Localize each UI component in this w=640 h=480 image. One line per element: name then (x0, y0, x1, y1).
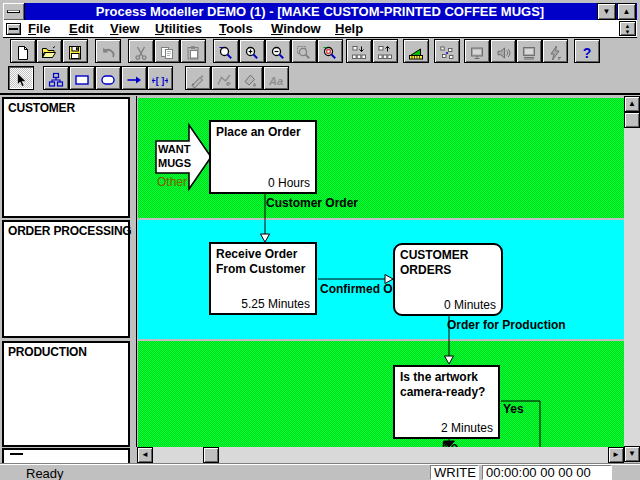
v-scroll-thumb[interactable] (624, 112, 640, 128)
menu-window[interactable]: Window (271, 21, 321, 37)
save-file-button[interactable] (62, 39, 88, 63)
decision-duration: 2 Minutes (441, 421, 493, 435)
menu-tools[interactable]: Tools (219, 21, 253, 37)
fill-style-button (237, 66, 263, 90)
system-menu-button[interactable] (3, 3, 25, 20)
maximize-button[interactable]: ▲ (617, 3, 636, 20)
step-title: Receive Order From Customer (211, 244, 315, 280)
lane-label-production[interactable]: PRODUCTION (2, 341, 130, 447)
draw-line-button (185, 66, 211, 90)
draw-line-icon (190, 72, 206, 88)
collapse-levels-button[interactable] (372, 39, 398, 63)
menu-file[interactable]: File (28, 21, 50, 37)
flow-label-no: No (442, 440, 458, 447)
activity-box-icon (74, 72, 90, 88)
zoom-normal-button[interactable] (213, 39, 239, 63)
step-duration: 0 Hours (268, 176, 310, 190)
lane-label-customer[interactable]: CUSTOMER (2, 97, 130, 218)
menu-utilities[interactable]: Utilities (155, 21, 202, 37)
timescale-icon (408, 45, 424, 61)
paste-button (180, 39, 206, 63)
store-box-icon (100, 72, 116, 88)
restore-down-icon: ▼ (620, 29, 635, 35)
maximize-icon: ▲ (623, 7, 631, 16)
menu-help[interactable]: Help (335, 21, 363, 37)
multimedia-icon (521, 45, 537, 61)
zoom-fit-button[interactable] (317, 39, 343, 63)
sound-button (490, 39, 516, 63)
save-file-icon (67, 45, 83, 61)
lane-label-order-processing[interactable]: ORDER PROCESSING (2, 220, 130, 338)
help-icon (579, 45, 595, 61)
org-frame-button[interactable] (43, 66, 69, 90)
menu-view[interactable]: View (110, 21, 139, 37)
cut-button (128, 39, 154, 63)
store-box-button[interactable] (95, 66, 121, 90)
presentation-button (464, 39, 490, 63)
drawing-toolbar (0, 64, 640, 94)
lane-label-partial (2, 448, 130, 463)
undo-icon (100, 45, 116, 61)
fill-style-icon (242, 72, 258, 88)
store-duration: 0 Minutes (444, 298, 496, 312)
zoom-in-button[interactable] (239, 39, 265, 63)
step-title: Place an Order (211, 122, 315, 143)
mdi-system-menu-icon (9, 28, 18, 30)
timescale-button[interactable] (403, 39, 429, 63)
scroll-right-button[interactable]: ► (608, 447, 624, 463)
undo-button (95, 39, 121, 63)
minimize-button[interactable]: ▼ (597, 3, 616, 20)
paste-icon (185, 45, 201, 61)
activity-box-button[interactable] (69, 66, 95, 90)
animate-button (542, 39, 568, 63)
scroll-left-icon: ◄ (141, 450, 149, 459)
flow-connector-button[interactable] (147, 66, 173, 90)
minimize-icon: ▼ (603, 7, 611, 16)
scroll-down-button[interactable]: ▼ (624, 446, 640, 462)
mdi-restore-button[interactable]: ▲ ▼ (619, 21, 636, 36)
expand-levels-button[interactable] (346, 39, 372, 63)
menu-bar: File Edit View Utilities Tools Window He… (3, 20, 637, 38)
status-bar: Ready WRITE 00:00:00 00 00 00 (0, 463, 640, 480)
timer-display: 00:00:00 00 00 00 (482, 465, 612, 480)
scroll-up-icon: ▲ (628, 99, 636, 108)
cut-icon (133, 45, 149, 61)
rearrange-icon (439, 45, 455, 61)
store-customer-orders[interactable]: CUSTOMER ORDERS 0 Minutes (393, 243, 503, 316)
v-scrollbar[interactable]: ▲ ▼ (624, 96, 640, 462)
scroll-left-button[interactable]: ◄ (137, 447, 153, 463)
open-file-button[interactable] (36, 39, 62, 63)
lane-label-text: PRODUCTION (4, 343, 128, 361)
rearrange-button[interactable] (434, 39, 460, 63)
select-cursor-button[interactable] (8, 66, 34, 90)
zoom-out-button[interactable] (265, 39, 291, 63)
menu-edit[interactable]: Edit (69, 21, 94, 37)
mdi-system-menu-button[interactable] (6, 23, 21, 35)
diagram-canvas[interactable]: WANT MUGS Other Customer Order Confirmed… (136, 96, 624, 447)
copy-icon (159, 45, 175, 61)
scroll-up-button[interactable]: ▲ (624, 96, 640, 112)
lane-label-text: ORDER PROCESSING (4, 222, 128, 240)
h-scroll-thumb[interactable] (203, 447, 219, 463)
h-scrollbar[interactable]: ◄ ► (137, 447, 624, 463)
draw-poly-icon (216, 72, 232, 88)
system-menu-icon (7, 10, 20, 13)
status-message: Ready (26, 466, 64, 480)
flow-connector-icon (152, 72, 168, 88)
zoom-selection-button (291, 39, 317, 63)
step-duration: 5.25 Minutes (241, 297, 310, 311)
work-area: CUSTOMER ORDER PROCESSING PRODUCTION (0, 94, 640, 463)
sound-icon (495, 45, 511, 61)
step-receive-order[interactable]: Receive Order From Customer 5.25 Minutes (209, 242, 317, 315)
flow-arrow-button[interactable] (121, 66, 147, 90)
main-toolbar (0, 38, 640, 64)
help-button[interactable] (574, 39, 600, 63)
new-document-button[interactable] (10, 39, 36, 63)
store-title: CUSTOMER ORDERS (395, 245, 501, 281)
open-file-icon (41, 45, 57, 61)
step-place-an-order[interactable]: Place an Order 0 Hours (209, 120, 317, 194)
text-style-icon (268, 72, 284, 88)
decision-artwork-ready[interactable]: Is the artwork camera-ready? 2 Minutes (393, 365, 500, 439)
multimedia-button (516, 39, 542, 63)
zoom-fit-icon (322, 45, 338, 61)
